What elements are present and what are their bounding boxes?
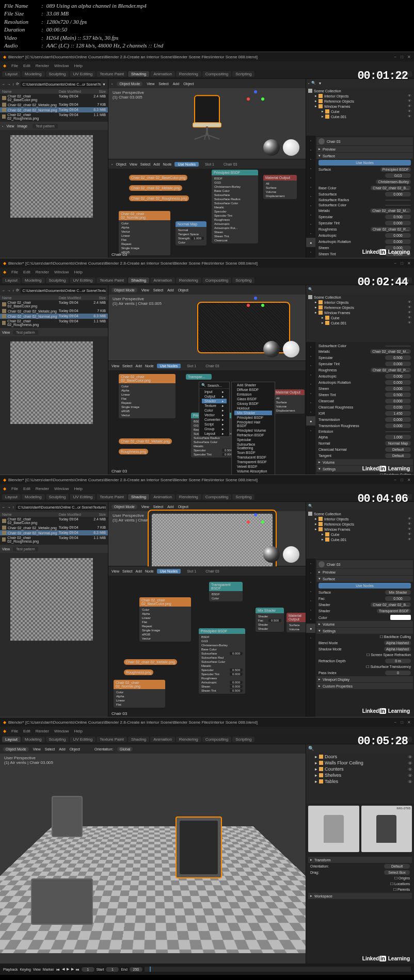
property-value[interactable]: 0.000 bbox=[385, 362, 411, 366]
transparent-bsdf-node[interactable]: Transparent BSDF BSDFColor bbox=[209, 582, 243, 601]
view-menu[interactable]: View bbox=[2, 331, 10, 334]
tab-texpaint[interactable]: Texture Paint bbox=[97, 494, 127, 500]
blender-icon[interactable]: ◆ bbox=[3, 63, 6, 68]
eye-icon[interactable]: 👁 bbox=[408, 305, 412, 309]
blend-mode-dropdown[interactable]: Alpha Hashed bbox=[384, 641, 411, 645]
node-socket-row[interactable]: Sheen bbox=[213, 230, 257, 234]
property-value[interactable] bbox=[385, 346, 411, 347]
property-value[interactable]: 0.030 bbox=[385, 405, 411, 410]
menu-file[interactable]: File bbox=[11, 270, 18, 274]
menu-render[interactable]: Render bbox=[36, 486, 49, 491]
property-value[interactable]: 0.000 bbox=[385, 221, 411, 225]
eye-icon[interactable]: 👁 bbox=[408, 522, 412, 526]
node-socket-row[interactable]: Sheen Tint bbox=[213, 234, 257, 238]
property-value[interactable]: 0.000 bbox=[385, 239, 411, 244]
ne-menu-view[interactable]: View bbox=[112, 364, 119, 368]
property-value[interactable]: Default bbox=[385, 453, 411, 458]
menu-item[interactable]: Texture ▸ bbox=[202, 403, 227, 408]
menu-edit[interactable]: Edit bbox=[23, 270, 30, 274]
prop-tab[interactable]: ▫ bbox=[306, 633, 315, 642]
property-value[interactable]: 0.000 bbox=[385, 423, 411, 428]
col-size[interactable]: Size bbox=[87, 90, 106, 93]
triangle-icon[interactable]: ▸ bbox=[315, 104, 317, 108]
hdri-sphere[interactable] bbox=[263, 139, 280, 156]
menu-render[interactable]: Render bbox=[36, 270, 49, 274]
tab-modeling[interactable]: Modeling bbox=[22, 737, 44, 742]
settings-header[interactable]: ▾ Settings bbox=[316, 628, 413, 634]
pass-index-input[interactable]: 0 bbox=[385, 671, 411, 675]
node-socket-row[interactable]: Anisotropic bbox=[213, 222, 257, 226]
prop-tab-output[interactable]: ▫ bbox=[306, 145, 315, 154]
search-icon[interactable]: 🔍 bbox=[308, 504, 313, 508]
tab-texpaint[interactable]: Texture Paint bbox=[97, 71, 127, 77]
menu-item[interactable]: Layout ▸ bbox=[202, 431, 227, 436]
outliner-item[interactable]: ▸Interior Objects👁 bbox=[307, 93, 413, 99]
nav-fwd-icon[interactable]: → bbox=[7, 289, 11, 292]
triangle-icon[interactable]: ▸ bbox=[322, 532, 324, 536]
property-value[interactable] bbox=[385, 205, 411, 206]
property-value[interactable]: 0.000 bbox=[385, 399, 411, 403]
triangle-icon[interactable]: ▸ bbox=[322, 321, 324, 325]
view-menu[interactable]: View bbox=[2, 547, 10, 551]
preview-header[interactable]: ▸ Preview bbox=[316, 146, 413, 152]
3d-viewport[interactable]: ▫ Object Mode View Select Add Object Use… bbox=[108, 79, 306, 159]
node-socket-row[interactable]: Linear bbox=[120, 234, 169, 238]
node-socket-row[interactable]: GG3 bbox=[213, 181, 257, 185]
diffuse-sphere[interactable] bbox=[283, 341, 299, 357]
menu-item[interactable]: Emission bbox=[234, 392, 272, 397]
eye-icon[interactable]: 👁 bbox=[408, 532, 412, 536]
prop-tab-texture[interactable]: ▫ bbox=[306, 247, 315, 256]
triangle-icon[interactable]: ▸ bbox=[322, 537, 324, 542]
blender-icon[interactable]: ◆ bbox=[3, 486, 6, 491]
use-nodes-button[interactable]: Use Nodes bbox=[319, 160, 411, 166]
outliner-item[interactable]: ▸Interior Objects👁 bbox=[307, 516, 413, 521]
menu-edit[interactable]: Edit bbox=[23, 486, 30, 491]
vp-menu-select[interactable]: Select bbox=[153, 505, 163, 509]
eye-icon[interactable]: 👁 bbox=[408, 779, 412, 783]
editor-type-icon[interactable]: ▫ bbox=[112, 82, 113, 86]
use-nodes-toggle[interactable]: Use Nodes bbox=[157, 569, 181, 574]
tab-compositing[interactable]: Compositing bbox=[202, 737, 231, 742]
origins-check[interactable]: ☐ Origins bbox=[394, 876, 410, 880]
menu-item[interactable]: Add Shader bbox=[234, 383, 272, 387]
outliner-item[interactable]: ▸Walls Floor Ceiling👁 bbox=[307, 760, 413, 766]
property-value[interactable]: Chair 02_chair 02_M... bbox=[370, 349, 411, 354]
customprops-header[interactable]: ▸ Custom Properties bbox=[316, 683, 413, 689]
tab-modeling[interactable]: Modeling bbox=[22, 71, 44, 77]
menu-item[interactable]: Script ▸ bbox=[202, 422, 227, 427]
triangle-icon[interactable]: ▸ bbox=[315, 522, 317, 526]
ss-trans-check[interactable]: ☐ Subsurface Translucency bbox=[366, 665, 411, 669]
tab-rendering[interactable]: Rendering bbox=[176, 737, 201, 742]
vp-menu-view[interactable]: View bbox=[141, 505, 149, 509]
vp-menu-add[interactable]: Add bbox=[173, 82, 179, 86]
menu-item[interactable]: Shader ▸ bbox=[202, 399, 227, 403]
ne-menu-select[interactable]: Select bbox=[140, 162, 150, 166]
blender-icon[interactable]: ◆ bbox=[3, 729, 6, 733]
tab-rendering[interactable]: Rendering bbox=[176, 71, 201, 77]
mode-dropdown[interactable]: Object Mode bbox=[112, 504, 137, 509]
timeline-view-menu[interactable]: View bbox=[33, 968, 41, 971]
shader-node-editor[interactable]: View Select Add Node Use Nodes Slot 1 Ch… bbox=[108, 361, 306, 475]
node-socket-row[interactable]: Subsurface bbox=[213, 193, 257, 197]
tab-layout[interactable]: Layout bbox=[2, 494, 21, 500]
image-canvas[interactable] bbox=[10, 558, 93, 641]
node-socket-row[interactable]: Specular Tint bbox=[213, 214, 257, 218]
tab-uv[interactable]: UV Editing bbox=[70, 71, 95, 77]
node-socket-row[interactable]: Subsurface Radius bbox=[213, 197, 257, 201]
material-slot[interactable]: Chair 03 bbox=[316, 560, 413, 568]
3d-viewport[interactable]: Object Mode View Select Add Object User … bbox=[108, 502, 306, 566]
tab-scripting[interactable]: Scripting bbox=[232, 494, 254, 500]
volume-header[interactable]: ▸ Volume bbox=[316, 621, 413, 627]
prop-tab-data[interactable]: ▫ bbox=[306, 228, 315, 238]
vp-menu-select[interactable]: Select bbox=[153, 288, 163, 292]
prop-tab[interactable]: ▫ bbox=[306, 426, 315, 435]
prop-tab[interactable]: ▫ bbox=[306, 342, 315, 351]
image-canvas[interactable] bbox=[10, 341, 93, 424]
chair-model-selected[interactable] bbox=[176, 816, 222, 878]
menu-item[interactable]: Output ▸ bbox=[202, 394, 227, 399]
node-socket-row[interactable]: Vector bbox=[120, 230, 169, 234]
tab-compositing[interactable]: Compositing bbox=[202, 494, 231, 500]
editor-type-icon[interactable]: ▫ bbox=[308, 81, 309, 85]
shader2-val[interactable]: Transparent BSDF bbox=[377, 609, 411, 613]
close-icon[interactable]: ✕ bbox=[407, 261, 411, 266]
